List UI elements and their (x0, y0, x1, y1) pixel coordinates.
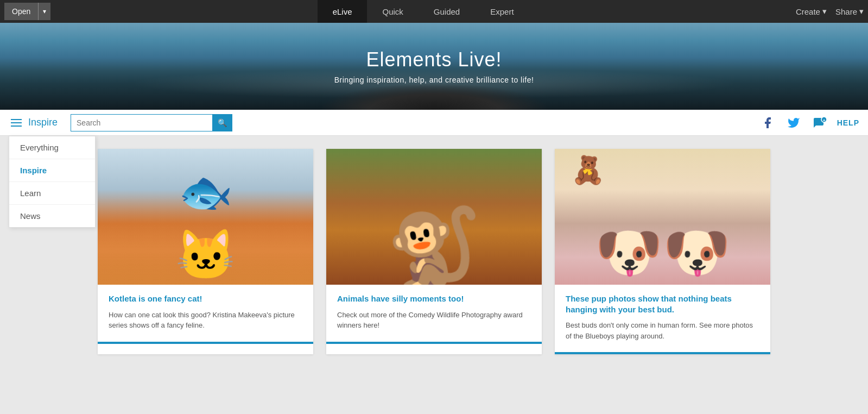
dropdown-item-everything[interactable]: Everything (9, 136, 95, 159)
chat-icon[interactable]: + (811, 114, 828, 131)
top-nav-bar: Open ▾ eLive Quick Guided Expert Create … (0, 0, 868, 23)
search-button[interactable]: 🔍 (212, 114, 232, 131)
create-button[interactable]: Create ▾ (796, 7, 827, 16)
create-arrow: ▾ (822, 7, 827, 16)
card-3-text: Best buds don't only come in human form.… (566, 320, 759, 341)
secondary-nav: Inspire 🔍 Everything Inspire Learn News (0, 110, 868, 136)
open-button[interactable]: Open (4, 3, 38, 20)
search-input[interactable] (71, 115, 212, 131)
card-2-body: Animals have silly moments too! Check ou… (326, 285, 542, 342)
dropdown-item-learn[interactable]: Learn (9, 182, 95, 205)
secondary-nav-right: + HELP (759, 114, 859, 131)
share-button[interactable]: Share ▾ (835, 7, 864, 16)
card-3-bottom-bar (555, 352, 770, 354)
card-1-image: 🐟 🐱 (98, 149, 313, 285)
share-arrow: ▾ (859, 7, 864, 16)
open-dropdown-button[interactable]: ▾ (38, 3, 50, 20)
card-1-text: How can one cat look this good? Kristina… (109, 310, 302, 331)
dropdown-item-news[interactable]: News (9, 205, 95, 227)
card-1: 🐟 🐱 Kotleta is one fancy cat! How can on… (98, 149, 313, 354)
top-nav-right: Create ▾ Share ▾ (796, 7, 864, 16)
card-2-bottom-bar (326, 342, 542, 344)
facebook-icon[interactable] (759, 114, 776, 131)
create-label: Create (796, 7, 820, 16)
card-3-title: These pup photos show that nothing beats… (566, 293, 759, 315)
hamburger-line-1 (11, 119, 22, 120)
dropdown-menu: Everything Inspire Learn News (9, 136, 96, 228)
card-3: 🐶🐶 🧸 These pup photos show that nothing … (555, 149, 770, 354)
main-content: 🐟 🐱 Kotleta is one fancy cat! How can on… (0, 136, 868, 407)
dropdown-item-inspire[interactable]: Inspire (9, 159, 95, 182)
hero-banner: Elements Live! Bringing inspiration, hel… (0, 23, 868, 110)
tab-elive[interactable]: eLive (318, 0, 368, 23)
search-wrapper: 🔍 (71, 114, 232, 131)
hamburger-menu-button[interactable] (9, 117, 24, 129)
card-2-image: 🐒 (326, 149, 542, 285)
twitter-icon[interactable] (785, 114, 802, 131)
top-nav-left: Open ▾ (4, 3, 50, 20)
card-1-body: Kotleta is one fancy cat! How can one ca… (98, 285, 313, 342)
card-2-title: Animals have silly moments too! (337, 293, 531, 304)
tab-expert[interactable]: Expert (475, 0, 529, 23)
top-nav-center: eLive Quick Guided Expert (50, 0, 796, 23)
card-3-image: 🐶🐶 🧸 (555, 149, 770, 285)
card-3-body: These pup photos show that nothing beats… (555, 285, 770, 352)
card-1-title: Kotleta is one fancy cat! (109, 293, 302, 304)
hamburger-line-2 (11, 122, 22, 123)
help-label[interactable]: HELP (837, 118, 859, 127)
hamburger-line-3 (11, 126, 22, 127)
svg-text:+: + (822, 118, 825, 123)
tab-quick[interactable]: Quick (367, 0, 418, 23)
hero-title: Elements Live! (366, 48, 502, 71)
hero-subtitle: Bringing inspiration, help, and creative… (334, 76, 534, 84)
search-icon: 🔍 (218, 118, 227, 127)
current-section-label: Inspire (28, 117, 58, 128)
card-2: 🐒 Animals have silly moments too! Check … (326, 149, 542, 354)
cards-grid: 🐟 🐱 Kotleta is one fancy cat! How can on… (98, 149, 770, 354)
tab-guided[interactable]: Guided (419, 0, 475, 23)
card-2-text: Check out more of the Comedy Wildlife Ph… (337, 310, 531, 331)
card-1-bottom-bar (98, 342, 313, 344)
share-label: Share (835, 7, 857, 16)
